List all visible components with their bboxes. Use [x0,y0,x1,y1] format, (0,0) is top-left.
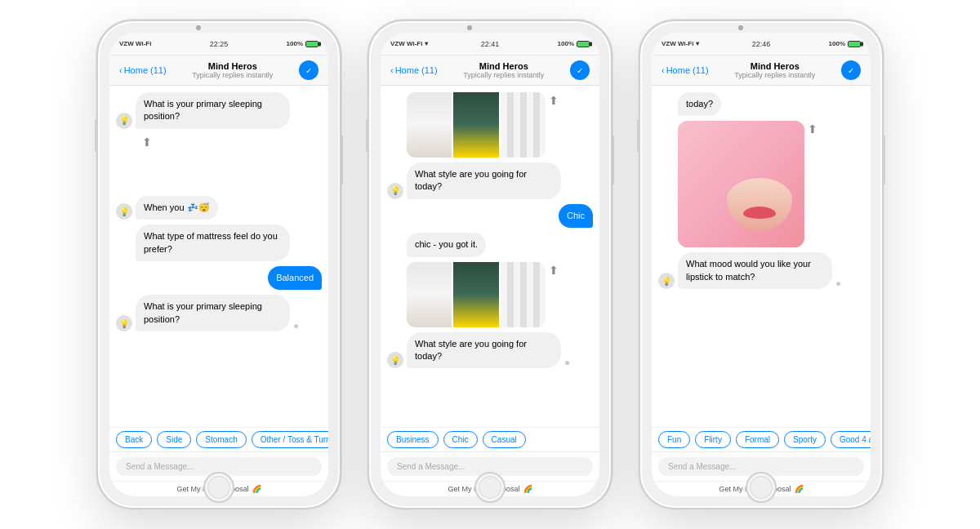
phone-2: VZW Wi-Fi ▾ 22:41 100% ‹ Home (11) Mind … [368,20,612,509]
header-actions: ✓ [841,60,861,80]
fashion-image-6 [501,262,546,327]
battery-status: 100% [558,40,590,47]
read-receipt: ● [835,278,841,289]
share-icon[interactable]: ⬆ [142,136,152,149]
phone-3-home-button[interactable] [746,472,777,503]
qr-casual[interactable]: Casual [483,431,526,448]
phone-3-header: ‹ Home (11) Mind Heros Typically replies… [652,56,871,86]
phone-3: VZW Wi-Fi ▾ 22:46 100% ‹ Home (11) Mind … [639,20,884,509]
lipstick-image-row: ⬆ [658,121,864,247]
fashion-grid-2 [407,262,546,327]
user-message: Balanced [268,266,322,290]
back-button[interactable]: ‹ Home (11) [662,65,709,75]
phone-2-chat: ⬆ 💡 What style are you going for today? … [381,86,599,427]
header-center: Mind Heros Typically replies instantly [715,61,835,79]
time-display: 22:46 [752,40,771,48]
header-actions: ✓ [570,60,590,80]
phone-1-header: ‹ Home (11) Mind Heros Typically replies… [109,56,328,86]
qr-chic[interactable]: Chic [443,431,478,448]
message-row: What type of mattress feel do you prefer… [116,224,322,261]
phone-1-status-bar: VZW Wi-Fi 22:25 100% [109,33,328,56]
chat-sub: Typically replies instantly [444,71,564,79]
home-button-inner [750,476,773,499]
fashion-image-3 [501,92,546,158]
qr-other[interactable]: Other / Toss & Turn [252,431,328,448]
signal-status: VZW Wi-Fi ▾ [390,40,428,47]
qr-business[interactable]: Business [387,431,439,448]
lipstick-image-share: ⬆ [678,121,817,247]
message-row: 💡 What style are you going for today? ● [387,332,593,369]
battery-status: 100% [287,40,318,47]
read-receipt: ● [564,357,570,368]
share-icon-3[interactable]: ⬆ [808,122,817,136]
image-share: ⬆ [136,134,152,191]
phone-1-quick-replies: Back Side Stomach Other / Toss & Turn [109,427,328,451]
read-receipt: ● [293,320,299,331]
check-button[interactable]: ✓ [841,60,861,80]
chat-name: Mind Heros [444,61,564,71]
header-actions: ✓ [299,60,318,80]
fashion-image-1 [407,92,452,158]
bot-message: What style are you going for today? [407,332,561,369]
battery-icon [577,41,590,47]
qr-good4all[interactable]: Good 4 all [831,431,871,448]
qr-formal[interactable]: Formal [736,431,779,448]
bot-message: What type of mattress feel do you prefer… [136,224,290,261]
chat-name: Mind Heros [715,61,835,71]
time-display: 22:41 [481,40,500,48]
share-icon-2[interactable]: ⬆ [549,264,559,277]
qr-stomach[interactable]: Stomach [196,431,246,448]
image-row: ⬆ [116,134,322,191]
bot-avatar: 💡 [658,273,675,289]
back-button[interactable]: ‹ Home (11) [390,65,438,75]
phone-1-frame: VZW Wi-Fi 22:25 100% ‹ Home (11) Mind He… [96,20,341,509]
qr-flirty[interactable]: Flirty [695,431,731,448]
check-button[interactable]: ✓ [570,60,590,80]
check-button[interactable]: ✓ [299,60,318,80]
image-row-2: ⬆ [387,262,593,327]
battery-status: 100% [829,40,861,47]
phone-2-quick-replies: Business Chic Casual [381,427,599,451]
bot-message: What is your primary sleeping position? [136,295,290,331]
message-row: chic - you got it. [387,233,593,256]
user-message-row: Balanced [116,266,322,290]
signal-status: VZW Wi-Fi ▾ [662,40,699,47]
qr-sporty[interactable]: Sporty [784,431,826,448]
image-share-2: ⬆ [407,262,559,327]
signal-status: VZW Wi-Fi [119,40,151,47]
bot-message: What mood would you like your lipstick t… [678,252,832,289]
header-center: Mind Heros Typically replies instantly [173,61,292,79]
qr-fun[interactable]: Fun [658,431,690,448]
message-row: today? [658,92,864,116]
home-button-inner [207,476,230,499]
fashion-image-5 [453,262,498,327]
bot-message: When you 💤😴 [136,196,218,220]
qr-back[interactable]: Back [116,431,152,448]
user-message: Chic [559,204,593,228]
share-icon[interactable]: ⬆ [549,94,559,107]
home-button-inner [479,476,501,499]
phone-3-frame: VZW Wi-Fi ▾ 22:46 100% ‹ Home (11) Mind … [639,20,884,509]
phone-1-screen: VZW Wi-Fi 22:25 100% ‹ Home (11) Mind He… [109,33,328,496]
message-row: 💡 When you 💤😴 [116,196,322,220]
bot-avatar: 💡 [116,203,132,220]
bot-message: today? [678,92,721,116]
phone-2-home-button[interactable] [474,472,506,503]
user-message-row: Chic [387,204,593,228]
back-button[interactable]: ‹ Home (11) [119,65,167,75]
chat-name: Mind Heros [173,61,292,71]
phone-2-frame: VZW Wi-Fi ▾ 22:41 100% ‹ Home (11) Mind … [368,20,612,509]
qr-side[interactable]: Side [157,431,191,448]
phone-2-status-bar: VZW Wi-Fi ▾ 22:41 100% [381,33,599,56]
bot-avatar: 💡 [116,315,132,331]
phone-1-home-button[interactable] [203,472,234,503]
battery-icon [305,41,318,47]
chat-sub: Typically replies instantly [173,71,292,79]
fashion-image-2 [453,92,498,158]
message-row: 💡 What is your primary sleeping position… [116,295,322,331]
bot-message: What is your primary sleeping position? [136,92,290,129]
phone-1: VZW Wi-Fi 22:25 100% ‹ Home (11) Mind He… [96,20,341,509]
phone-3-status-bar: VZW Wi-Fi ▾ 22:46 100% [652,33,871,56]
phone-2-screen: VZW Wi-Fi ▾ 22:41 100% ‹ Home (11) Mind … [381,33,599,496]
lips [743,207,776,219]
